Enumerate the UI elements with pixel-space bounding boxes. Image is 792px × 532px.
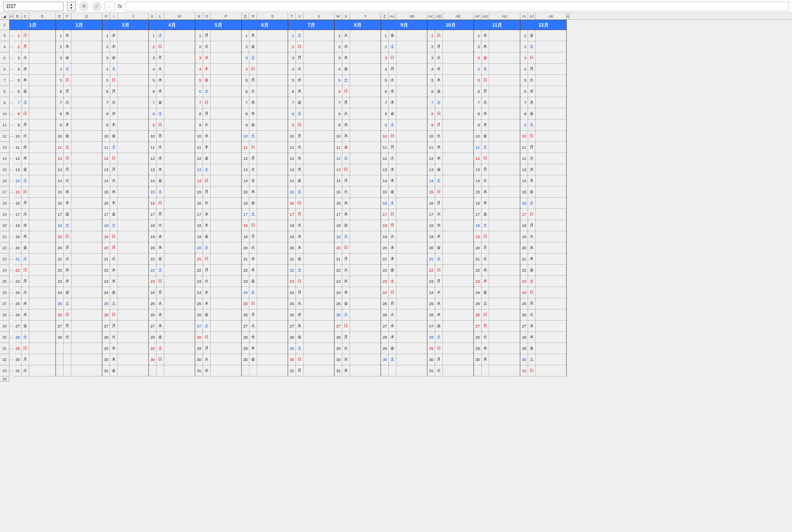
day-note[interactable]	[257, 220, 288, 231]
column-header[interactable]: R	[249, 13, 257, 19]
column-header[interactable]: AF	[474, 13, 482, 19]
calendar-cell[interactable]: 19金	[195, 231, 242, 242]
day-note[interactable]	[118, 41, 148, 52]
day-note[interactable]	[211, 175, 241, 187]
day-note[interactable]	[489, 119, 520, 131]
day-note[interactable]	[29, 209, 55, 220]
day-note[interactable]	[443, 332, 473, 343]
calendar-cell[interactable]: 12日	[102, 153, 149, 164]
calendar-cell[interactable]: 1金	[381, 30, 427, 41]
calendar-cell[interactable]: 21火	[56, 254, 102, 265]
calendar-cell[interactable]: 20木	[149, 242, 195, 254]
column-header[interactable]: D	[29, 13, 56, 19]
calendar-cell[interactable]: 20月	[56, 242, 102, 254]
day-note[interactable]	[257, 41, 288, 52]
calendar-cell[interactable]: 14木	[381, 175, 427, 187]
day-note[interactable]	[118, 254, 148, 265]
calendar-cell[interactable]: 18金	[335, 220, 381, 231]
calendar-cell[interactable]: 18土	[102, 220, 149, 231]
calendar-cell[interactable]: 22金	[381, 265, 427, 276]
calendar-cell[interactable]: 12火	[381, 153, 427, 164]
day-note[interactable]	[118, 75, 148, 86]
calendar-cell[interactable]: 28火	[102, 332, 149, 343]
column-header[interactable]: B	[14, 13, 21, 19]
calendar-cell[interactable]: 30土	[381, 354, 427, 365]
day-note[interactable]	[489, 52, 520, 64]
calendar-cell[interactable]: 6土	[195, 86, 242, 97]
calendar-cell[interactable]: 11月	[520, 142, 567, 153]
calendar-cell[interactable]: 21金	[288, 254, 335, 265]
day-note[interactable]	[118, 332, 148, 343]
day-note[interactable]	[118, 64, 148, 75]
day-note[interactable]	[211, 108, 241, 119]
calendar-cell[interactable]: 9木	[474, 119, 520, 131]
day-note[interactable]	[489, 365, 520, 376]
day-note[interactable]	[257, 175, 288, 187]
calendar-cell[interactable]: 17月	[149, 209, 195, 220]
column-header[interactable]: AJ	[528, 13, 536, 19]
calendar-cell[interactable]: 31火	[9, 365, 56, 376]
column-header[interactable]: AH	[489, 13, 520, 19]
day-note[interactable]	[350, 52, 381, 64]
day-note[interactable]	[536, 108, 566, 119]
calendar-cell[interactable]: 7月	[335, 97, 381, 108]
day-note[interactable]	[443, 86, 473, 97]
day-note[interactable]	[396, 365, 427, 376]
calendar-cell[interactable]: 30月	[427, 354, 474, 365]
calendar-cell[interactable]: 31木	[335, 365, 381, 376]
calendar-cell[interactable]: 11土	[56, 142, 102, 153]
calendar-cell[interactable]: 16土	[381, 198, 427, 209]
day-note[interactable]	[536, 30, 566, 41]
calendar-cell[interactable]: 5金	[195, 75, 242, 86]
day-note[interactable]	[118, 276, 148, 287]
day-note[interactable]	[164, 309, 195, 321]
calendar-cell[interactable]: 11金	[335, 142, 381, 153]
day-note[interactable]	[536, 254, 566, 265]
day-note[interactable]	[164, 242, 195, 254]
day-note[interactable]	[71, 187, 102, 198]
day-note[interactable]	[71, 153, 102, 164]
calendar-cell[interactable]: 17土	[242, 209, 288, 220]
day-note[interactable]	[29, 332, 55, 343]
day-note[interactable]	[536, 209, 566, 220]
day-note[interactable]	[350, 321, 381, 332]
calendar-cell[interactable]: 26木	[9, 309, 56, 321]
day-note[interactable]	[443, 164, 473, 175]
calendar-cell[interactable]: 31月	[288, 365, 335, 376]
select-all-corner[interactable]: ◢	[0, 13, 9, 19]
calendar-cell[interactable]: 29日	[9, 343, 56, 354]
row-header[interactable]: 28	[0, 309, 9, 321]
day-note[interactable]	[164, 119, 195, 131]
day-note[interactable]	[211, 265, 241, 276]
calendar-cell[interactable]: 16木	[474, 198, 520, 209]
calendar-cell[interactable]: 26日	[474, 309, 520, 321]
day-note[interactable]	[211, 242, 241, 254]
day-note[interactable]	[489, 86, 520, 97]
day-note[interactable]	[443, 153, 473, 164]
calendar-cell[interactable]: 20日	[335, 242, 381, 254]
column-header[interactable]: V	[304, 13, 335, 19]
day-note[interactable]	[443, 198, 473, 209]
day-note[interactable]	[350, 175, 381, 187]
calendar-cell[interactable]: 7木	[520, 97, 567, 108]
row-header[interactable]: 6	[0, 64, 9, 75]
calendar-cell[interactable]: 22水	[102, 265, 149, 276]
column-header[interactable]: A	[9, 13, 14, 19]
calendar-cell[interactable]: 2木	[56, 41, 102, 52]
calendar-cell[interactable]: 16火	[195, 198, 242, 209]
calendar-cell[interactable]: 14火	[102, 175, 149, 187]
column-header[interactable]: C	[21, 13, 29, 19]
row-header[interactable]: 34	[0, 376, 9, 382]
day-note[interactable]	[118, 231, 148, 242]
day-note[interactable]	[71, 119, 102, 131]
calendar-cell[interactable]: 22水	[474, 265, 520, 276]
day-note[interactable]	[304, 64, 334, 75]
day-note[interactable]	[29, 41, 55, 52]
day-note[interactable]	[396, 75, 427, 86]
calendar-cell[interactable]: 5水	[149, 75, 195, 86]
calendar-cell[interactable]: 21日	[195, 254, 242, 265]
column-header[interactable]: I	[110, 13, 118, 19]
calendar-cell[interactable]: 23火	[195, 276, 242, 287]
calendar-cell[interactable]: 26水	[149, 309, 195, 321]
calendar-cell[interactable]: 17金	[56, 209, 102, 220]
